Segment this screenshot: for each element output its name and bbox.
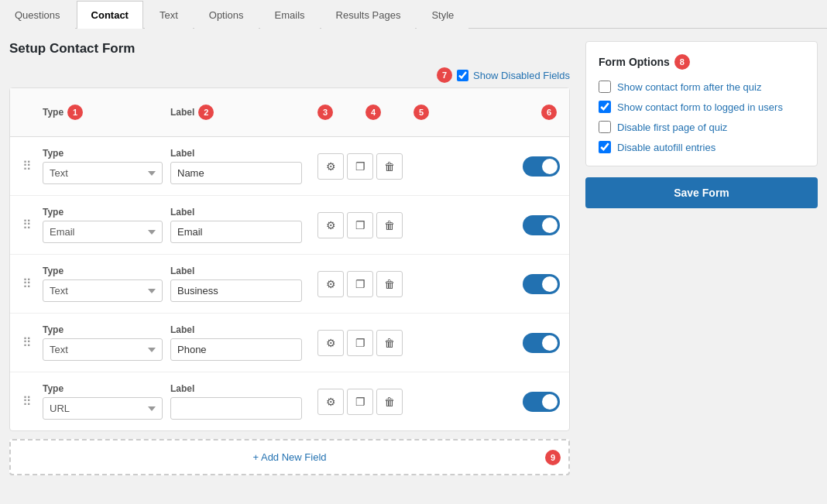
form-row-4: ⠿ Type Text Email URL Label — [10, 314, 569, 372]
copy-btn-2[interactable]: ❐ — [347, 212, 373, 238]
settings-btn-2[interactable]: ⚙ — [317, 212, 344, 238]
settings-btn-1[interactable]: ⚙ — [317, 153, 344, 180]
option-row-2: Show contact form to logged in users — [599, 101, 805, 113]
option-checkbox-3[interactable] — [599, 121, 611, 133]
toggle-container-5 — [523, 392, 560, 412]
toggle-2[interactable] — [523, 215, 560, 235]
show-disabled-label: Show Disabled Fields — [473, 70, 570, 81]
tab-emails[interactable]: Emails — [260, 1, 320, 29]
type-select-4[interactable]: Text Email URL — [43, 338, 163, 361]
label-group-3: Label — [170, 266, 302, 302]
type-label-4: Type — [43, 324, 163, 335]
copy-btn-4[interactable]: ❐ — [347, 330, 373, 356]
tab-text[interactable]: Text — [145, 1, 193, 29]
save-form-button[interactable]: Save Form — [585, 177, 818, 208]
toggle-1[interactable] — [523, 156, 560, 177]
type-group-4: Type Text Email URL — [43, 324, 163, 361]
label-group-4: Label — [170, 324, 302, 361]
toggle-5[interactable] — [523, 392, 560, 412]
option-checkbox-4[interactable] — [599, 141, 611, 153]
label-group-5: Label — [170, 383, 302, 420]
toggle-3[interactable] — [523, 274, 560, 294]
tab-contact[interactable]: Contact — [77, 1, 143, 29]
badge-7: 7 — [437, 67, 452, 83]
drag-handle-4[interactable]: ⠿ — [19, 335, 35, 350]
drag-handle-5[interactable]: ⠿ — [19, 394, 35, 409]
option-label-3[interactable]: Disable first page of quiz — [617, 122, 727, 133]
label-input-2[interactable] — [170, 221, 302, 243]
badge-3: 3 — [317, 105, 333, 120]
type-header-label: Type 1 — [43, 105, 163, 120]
type-select-5[interactable]: Text Email URL — [43, 397, 163, 420]
header-row: Type 1 Label 2 3 — [10, 88, 569, 137]
option-checkbox-2[interactable] — [599, 101, 611, 113]
copy-btn-1[interactable]: ❐ — [347, 153, 373, 180]
tab-options[interactable]: Options — [194, 1, 259, 29]
show-disabled-checkbox[interactable] — [457, 70, 468, 81]
type-select-2[interactable]: Text Email URL — [43, 221, 163, 243]
toggle-container-4 — [523, 333, 560, 353]
drag-handle-3[interactable]: ⠿ — [19, 276, 35, 291]
tab-results-pages[interactable]: Results Pages — [321, 1, 416, 29]
delete-btn-3[interactable]: 🗑 — [376, 271, 403, 297]
form-row-1: ⠿ Type Text Email URL Label — [10, 137, 569, 196]
left-panel: Setup Contact Form 7 Show Disabled Field… — [9, 41, 570, 475]
type-select-3[interactable]: Text Email URL — [43, 279, 163, 302]
settings-btn-5[interactable]: ⚙ — [317, 389, 344, 415]
settings-btn-4[interactable]: ⚙ — [317, 330, 344, 356]
label-label-5: Label — [170, 383, 302, 394]
type-group-2: Type Text Email URL — [43, 207, 163, 243]
add-new-field-button[interactable]: + Add New Field — [252, 451, 326, 463]
form-options-box: Form Options 8 Show contact form after t… — [585, 41, 818, 166]
delete-btn-2[interactable]: 🗑 — [376, 212, 403, 238]
page-wrapper: Questions Contact Text Options Emails Re… — [0, 0, 827, 504]
badge-6: 6 — [541, 105, 557, 120]
drag-handle-2[interactable]: ⠿ — [19, 218, 35, 232]
type-group-1: Type Text Email URL — [43, 148, 163, 184]
badge-1: 1 — [67, 105, 83, 120]
page-title: Setup Contact Form — [9, 41, 570, 57]
label-input-4[interactable] — [170, 338, 302, 361]
type-label-2: Type — [43, 207, 163, 218]
type-select-1[interactable]: Text Email URL — [43, 162, 163, 184]
option-row-4: Disable autofill entries — [599, 141, 805, 153]
label-input-5[interactable] — [170, 397, 302, 420]
settings-btn-3[interactable]: ⚙ — [317, 271, 344, 297]
label-input-1[interactable] — [170, 162, 302, 184]
delete-btn-5[interactable]: 🗑 — [376, 389, 403, 415]
toggle-header: 6 — [541, 105, 560, 120]
badge-5: 5 — [414, 105, 429, 120]
badge-4: 4 — [365, 105, 381, 120]
action-buttons-3: ⚙ ❐ 🗑 — [317, 271, 403, 297]
show-disabled-row: 7 Show Disabled Fields — [9, 67, 570, 83]
delete-btn-4[interactable]: 🗑 — [376, 330, 403, 356]
form-rows-container: Type 1 Label 2 3 — [9, 87, 570, 431]
type-header-group: Type 1 — [43, 105, 163, 120]
form-options-title: Form Options 8 — [599, 54, 805, 70]
add-new-field-container[interactable]: + Add New Field 9 — [9, 439, 570, 475]
action-header-buttons: 3 4 5 — [317, 99, 458, 125]
type-group-5: Type Text Email URL — [43, 383, 163, 420]
tab-style[interactable]: Style — [417, 1, 468, 29]
option-label-1[interactable]: Show contact form after the quiz — [617, 81, 761, 93]
option-checkbox-1[interactable] — [599, 81, 611, 93]
option-label-4[interactable]: Disable autofill entries — [617, 142, 715, 153]
label-header-group: Label 2 — [170, 105, 302, 120]
badge-9: 9 — [545, 450, 561, 465]
drag-handle-1[interactable]: ⠿ — [19, 159, 35, 173]
toggle-4[interactable] — [523, 333, 560, 353]
toggle-container-1 — [523, 156, 560, 177]
copy-btn-5[interactable]: ❐ — [347, 389, 373, 415]
copy-btn-3[interactable]: ❐ — [347, 271, 373, 297]
delete-btn-1[interactable]: 🗑 — [376, 153, 403, 180]
tabs-bar: Questions Contact Text Options Emails Re… — [0, 0, 827, 29]
label-input-3[interactable] — [170, 279, 302, 302]
option-label-2[interactable]: Show contact form to logged in users — [617, 101, 783, 113]
toggle-container-3 — [523, 274, 560, 294]
tab-questions[interactable]: Questions — [0, 1, 75, 29]
option-row-1: Show contact form after the quiz — [599, 81, 805, 93]
form-row-3: ⠿ Type Text Email URL Label — [10, 255, 569, 314]
form-row-2: ⠿ Type Text Email URL Label — [10, 196, 569, 255]
label-group-1: Label — [170, 148, 302, 184]
form-row-5: ⠿ Type Text Email URL Label — [10, 372, 569, 430]
